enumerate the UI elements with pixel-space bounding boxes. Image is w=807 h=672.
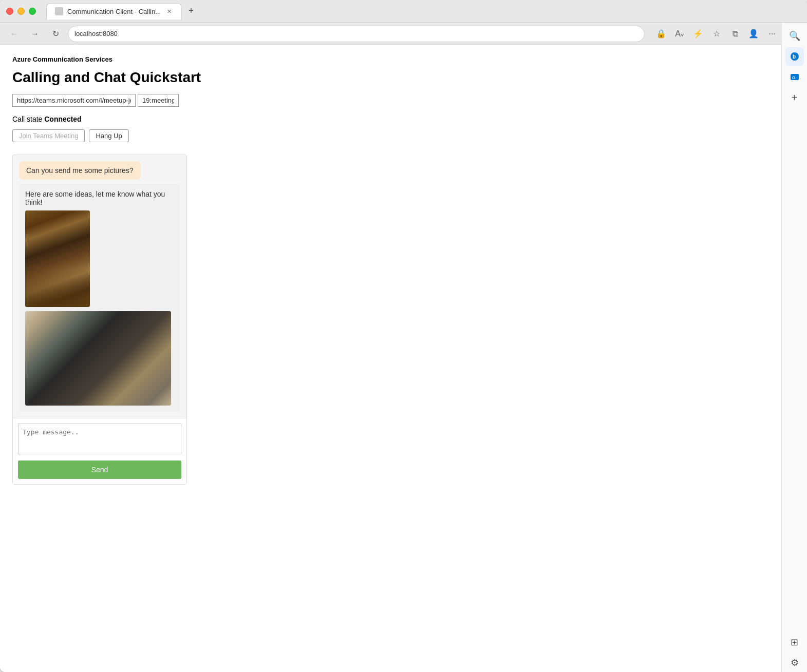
- chat-image-living-room: [25, 210, 90, 307]
- address-text: localhost:8080: [74, 30, 118, 37]
- title-bar: Communication Client - Callin... ✕ +: [0, 0, 807, 23]
- back-button[interactable]: ←: [6, 26, 23, 42]
- bing-sidebar-icon[interactable]: b: [785, 47, 804, 66]
- browser-window: Communication Client - Callin... ✕ + ← →…: [0, 0, 807, 672]
- grid-sidebar-icon[interactable]: ⊞: [785, 633, 804, 651]
- new-tab-button[interactable]: +: [184, 4, 198, 18]
- security-icon[interactable]: 🔒: [653, 26, 669, 42]
- profile-icon[interactable]: 👤: [745, 26, 762, 42]
- page-heading: Calling and Chat Quickstart: [12, 69, 769, 86]
- favorites-icon[interactable]: ☆: [708, 26, 725, 42]
- chat-container: Can you send me some pictures? Here are …: [12, 155, 187, 485]
- reload-button[interactable]: ↻: [47, 26, 64, 42]
- message-input[interactable]: [18, 424, 181, 454]
- chat-image-kitchen: [25, 311, 171, 406]
- sent-message-bubble: Here are some ideas, let me know what yo…: [19, 184, 180, 412]
- traffic-lights: [6, 8, 36, 15]
- sidebar-icon-bar: 🔍 b O + ⊞ ⚙: [781, 45, 807, 672]
- fullscreen-button[interactable]: [29, 8, 36, 15]
- forward-button[interactable]: →: [27, 26, 43, 42]
- call-state: Call state Connected: [12, 115, 769, 123]
- tab-bar: Communication Client - Callin... ✕ +: [46, 3, 801, 20]
- call-buttons: Join Teams Meeting Hang Up: [12, 129, 769, 142]
- svg-text:O: O: [792, 75, 795, 80]
- meeting-url-row: [12, 94, 769, 107]
- join-meeting-button[interactable]: Join Teams Meeting: [12, 129, 85, 142]
- tab-favicon: [55, 7, 63, 15]
- call-state-label: Call state: [12, 115, 42, 123]
- extensions-icon[interactable]: ⚡: [690, 26, 706, 42]
- address-bar-row: ← → ↻ localhost:8080 🔒 Aᵥ ⚡ ☆ ⧉ 👤 ··· b: [0, 23, 807, 45]
- settings-sidebar-icon[interactable]: ⚙: [785, 654, 804, 672]
- svg-text:b: b: [793, 54, 796, 60]
- received-message-text: Can you send me some pictures?: [26, 166, 134, 175]
- more-options-icon[interactable]: ···: [764, 26, 780, 42]
- meeting-id-input[interactable]: [138, 94, 179, 107]
- image-grid: [25, 210, 174, 406]
- app-title: Azure Communication Services: [12, 55, 769, 63]
- living-room-image: [25, 210, 90, 307]
- collections-icon[interactable]: ⧉: [727, 26, 743, 42]
- page-content: Azure Communication Services Calling and…: [0, 45, 781, 672]
- received-message-bubble: Can you send me some pictures?: [19, 161, 141, 180]
- tab-title: Communication Client - Callin...: [67, 8, 161, 15]
- sent-message-text: Here are some ideas, let me know what yo…: [25, 190, 174, 206]
- active-tab[interactable]: Communication Client - Callin... ✕: [46, 3, 182, 20]
- call-state-value: Connected: [44, 115, 81, 123]
- send-button[interactable]: Send: [18, 460, 181, 479]
- read-aloud-icon[interactable]: Aᵥ: [671, 26, 688, 42]
- close-button[interactable]: [6, 8, 13, 15]
- browser-content: Azure Communication Services Calling and…: [0, 45, 807, 672]
- address-bar[interactable]: localhost:8080: [68, 26, 645, 42]
- hang-up-button[interactable]: Hang Up: [89, 129, 128, 142]
- tab-close-button[interactable]: ✕: [165, 7, 173, 15]
- meeting-url-input[interactable]: [12, 94, 136, 107]
- minimize-button[interactable]: [17, 8, 25, 15]
- message-input-area: Send: [13, 418, 186, 484]
- svg-rect-0: [56, 8, 62, 14]
- message-list: Can you send me some pictures? Here are …: [13, 155, 186, 418]
- address-bar-icons: 🔒 Aᵥ ⚡ ☆ ⧉ 👤 ···: [653, 26, 780, 42]
- plus-sidebar-icon[interactable]: +: [785, 88, 804, 107]
- outlook-sidebar-icon[interactable]: O: [785, 68, 804, 86]
- kitchen-image: [25, 311, 171, 406]
